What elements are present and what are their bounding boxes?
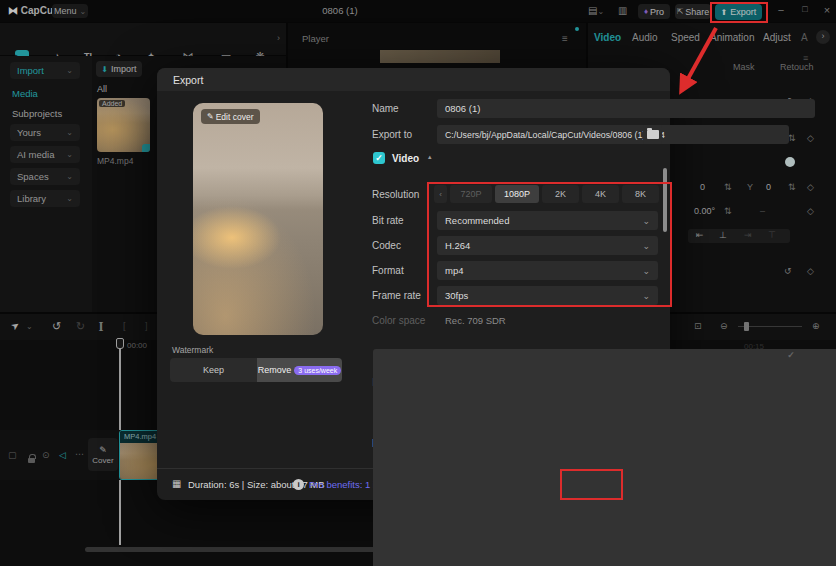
collapse-icon[interactable]: ▴ <box>449 412 453 420</box>
video-checkbox[interactable]: ✓ <box>373 152 385 164</box>
sidebar-item-spaces[interactable]: Spaces⌄ <box>10 168 80 185</box>
align-top-icon[interactable]: ⊤ <box>768 230 776 240</box>
lock-icon[interactable] <box>28 458 35 463</box>
maximize-button[interactable]: □ <box>796 4 814 14</box>
resolution-option-720p[interactable]: 720P <box>450 185 492 203</box>
media-import-button[interactable]: ⬇Import <box>96 61 142 77</box>
subtab-mask[interactable]: Mask <box>733 62 755 72</box>
cover-button[interactable]: ✎ Cover <box>88 438 118 471</box>
inspector-tab-audio[interactable]: Audio <box>632 32 658 43</box>
sidebar-item-subprojects[interactable]: Subprojects <box>12 108 62 119</box>
keyframe-diamond-icon[interactable]: ◇ <box>807 133 814 143</box>
video-section-label[interactable]: Video <box>392 153 419 164</box>
position-x-value[interactable]: 0 <box>700 182 705 192</box>
sidebar-item-library[interactable]: Library⌄ <box>10 190 80 207</box>
export-confirm-button[interactable]: Export <box>565 473 620 497</box>
export-path-input[interactable]: C:/Users/bj/AppData/Local/CapCut/Videos/… <box>437 125 789 144</box>
layout-toggle-icon[interactable]: ▤⌄ <box>588 5 604 16</box>
export-dialog: Export ✎ Edit cover Watermark Keep Remov… <box>157 68 670 500</box>
browse-folder-button[interactable] <box>643 125 662 144</box>
trim-left-icon[interactable]: [ <box>123 321 126 331</box>
rotation-stepper[interactable]: ⇅ <box>724 206 732 216</box>
bit-rate-select[interactable]: Recommended⌄ <box>437 211 658 230</box>
inspector-tab-partial[interactable]: A <box>801 32 808 43</box>
pro-benefits-link[interactable]: Pro benefits: 1 item <box>309 479 391 490</box>
resolution-option-1080p-selected[interactable]: 1080P <box>495 185 539 203</box>
split-icon[interactable]: ][ <box>99 321 102 331</box>
export-gif-checkbox[interactable]: ✓ <box>373 411 385 423</box>
sidebar-item-yours[interactable]: Yours⌄ <box>10 124 80 141</box>
align-left-icon[interactable]: ⇤ <box>696 230 704 240</box>
gif-resolution-label: Resolution <box>372 438 419 449</box>
close-button[interactable]: × <box>818 4 836 16</box>
resolution-option-4k[interactable]: 4K <box>582 185 619 203</box>
reset-section-icon[interactable]: ↺ <box>784 266 792 276</box>
select-cursor-icon[interactable]: ➤ <box>9 319 22 333</box>
media-filter-all[interactable]: All <box>97 84 107 94</box>
watermark-remove-button[interactable]: Remove 3 uses/week <box>257 358 342 382</box>
pro-badge[interactable]: ♦Pro <box>638 4 670 19</box>
name-input[interactable]: 0806 (1) <box>437 99 815 118</box>
collapse-icon[interactable]: ▴ <box>430 350 434 358</box>
playhead-handle[interactable] <box>116 338 124 349</box>
position-x-stepper[interactable]: ⇅ <box>724 182 732 192</box>
export-button-top[interactable]: ⬆Export <box>715 4 762 20</box>
zoom-slider-handle[interactable] <box>744 322 749 331</box>
panel-layout-icon[interactable]: ▥ <box>618 5 627 16</box>
chevron-down-icon[interactable]: ⌄ <box>26 322 33 331</box>
rotation-slider[interactable]: – <box>760 206 765 216</box>
preview-axis-icon[interactable]: ⊡ <box>694 321 702 331</box>
cancel-button[interactable]: Cancel <box>628 473 670 497</box>
sidebar-item-media[interactable]: Media <box>12 88 38 99</box>
share-button[interactable]: ⇱Share <box>675 4 711 19</box>
subtab-retouch[interactable]: Retouch <box>780 62 814 72</box>
trim-right-icon[interactable]: ] <box>145 321 148 331</box>
edit-cover-button[interactable]: ✎ Edit cover <box>201 109 260 124</box>
gif-resolution-select[interactable]: 240P⌄ <box>437 434 658 453</box>
chevron-down-icon: ⌄ <box>642 266 650 276</box>
ribbon-more-chevron-icon[interactable]: › <box>277 33 280 43</box>
position-y-value[interactable]: 0 <box>766 182 771 192</box>
codec-select[interactable]: H.264⌄ <box>437 236 658 255</box>
export-gif-section-label[interactable]: Export GIF <box>392 412 443 423</box>
inspector-tab-video[interactable]: Video <box>594 32 621 43</box>
align-bottom-icon[interactable]: ⊥ <box>719 230 727 240</box>
subtab-more-icon[interactable]: ≡ <box>803 53 808 63</box>
track-more-icon[interactable]: ⋯ <box>75 449 84 459</box>
player-menu-icon[interactable]: ≡ <box>562 33 568 44</box>
timeline-hscrollbar[interactable] <box>85 547 750 552</box>
keyframe-diamond-icon[interactable]: ◇ <box>807 266 814 276</box>
keyframe-diamond-icon[interactable]: ◇ <box>807 206 814 216</box>
inspector-tab-adjust[interactable]: Adjust <box>763 32 791 43</box>
keyframe-diamond-icon[interactable]: ◇ <box>807 182 814 192</box>
undo-icon[interactable]: ↺ <box>52 320 61 333</box>
position-y-stepper[interactable]: ⇅ <box>788 182 796 192</box>
inspector-more-chevron-icon[interactable]: › <box>816 30 830 44</box>
rotation-value[interactable]: 0.00° <box>694 206 715 216</box>
sidebar-item-ai-media[interactable]: AI media⌄ <box>10 146 80 163</box>
dialog-scrollbar[interactable] <box>663 168 667 232</box>
inspector-tab-animation[interactable]: Animation <box>710 32 754 43</box>
zoom-in-icon[interactable]: ⊕ <box>812 321 820 331</box>
mute-speaker-icon[interactable]: ◁ <box>59 450 66 460</box>
audio-section-label[interactable]: Audio <box>392 350 420 361</box>
redo-icon[interactable]: ↻ <box>76 320 85 333</box>
resolution-option-2k[interactable]: 2K <box>542 185 579 203</box>
align-right-icon[interactable]: ⇥ <box>744 230 752 240</box>
resolution-label: Resolution <box>372 189 419 200</box>
menu-button[interactable]: Menu⌄ <box>52 4 88 18</box>
collapse-icon[interactable]: ▴ <box>428 153 432 161</box>
inspector-tab-speed[interactable]: Speed <box>671 32 700 43</box>
media-thumbnail[interactable]: Added <box>97 98 150 152</box>
format-select[interactable]: mp4⌄ <box>437 261 658 280</box>
visibility-eye-icon[interactable]: ⊙ <box>42 450 50 460</box>
scale-stepper[interactable]: ⇅ <box>788 133 796 143</box>
sidebar-item-import[interactable]: Import⌄ <box>10 62 80 79</box>
resolution-option-8k[interactable]: 8K <box>622 185 659 203</box>
zoom-out-icon[interactable]: ⊖ <box>720 321 728 331</box>
minimize-button[interactable]: − <box>772 4 790 16</box>
resolution-scroll-left-icon[interactable]: ‹ <box>434 185 447 203</box>
chevron-down-icon: ⌄ <box>79 7 86 16</box>
watermark-keep-button[interactable]: Keep <box>170 358 257 382</box>
frame-rate-select[interactable]: 30fps⌄ <box>437 286 658 305</box>
